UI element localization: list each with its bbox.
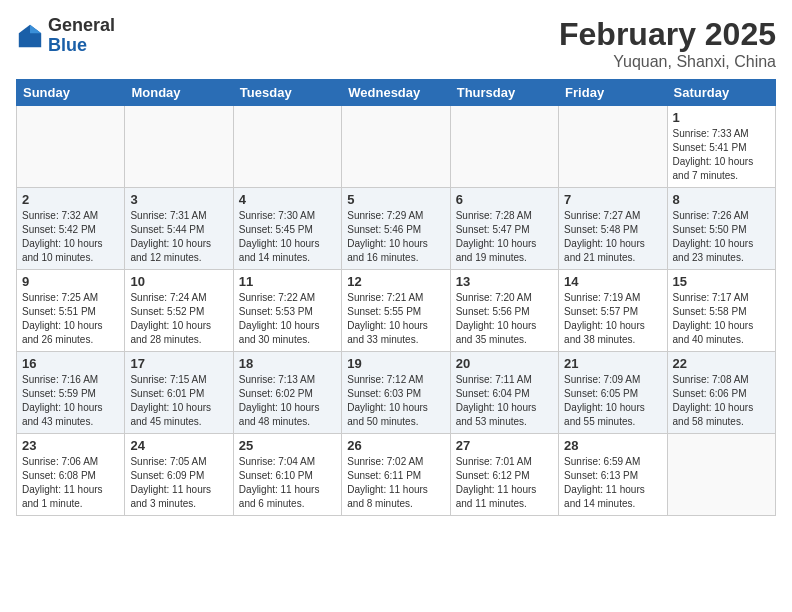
weekday-header: Wednesday <box>342 80 450 106</box>
day-number: 26 <box>347 438 444 453</box>
calendar-cell <box>233 106 341 188</box>
day-info: Sunrise: 7:33 AM Sunset: 5:41 PM Dayligh… <box>673 127 770 183</box>
day-info: Sunrise: 7:29 AM Sunset: 5:46 PM Dayligh… <box>347 209 444 265</box>
calendar-cell: 23Sunrise: 7:06 AM Sunset: 6:08 PM Dayli… <box>17 434 125 516</box>
day-number: 19 <box>347 356 444 371</box>
day-info: Sunrise: 7:17 AM Sunset: 5:58 PM Dayligh… <box>673 291 770 347</box>
calendar-cell: 25Sunrise: 7:04 AM Sunset: 6:10 PM Dayli… <box>233 434 341 516</box>
day-number: 21 <box>564 356 661 371</box>
calendar-week-row: 9Sunrise: 7:25 AM Sunset: 5:51 PM Daylig… <box>17 270 776 352</box>
day-info: Sunrise: 7:08 AM Sunset: 6:06 PM Dayligh… <box>673 373 770 429</box>
calendar-cell: 24Sunrise: 7:05 AM Sunset: 6:09 PM Dayli… <box>125 434 233 516</box>
weekday-header: Sunday <box>17 80 125 106</box>
day-number: 22 <box>673 356 770 371</box>
calendar-cell: 22Sunrise: 7:08 AM Sunset: 6:06 PM Dayli… <box>667 352 775 434</box>
day-info: Sunrise: 7:09 AM Sunset: 6:05 PM Dayligh… <box>564 373 661 429</box>
day-number: 5 <box>347 192 444 207</box>
calendar-cell: 17Sunrise: 7:15 AM Sunset: 6:01 PM Dayli… <box>125 352 233 434</box>
calendar-cell: 10Sunrise: 7:24 AM Sunset: 5:52 PM Dayli… <box>125 270 233 352</box>
day-info: Sunrise: 7:11 AM Sunset: 6:04 PM Dayligh… <box>456 373 553 429</box>
calendar-cell: 26Sunrise: 7:02 AM Sunset: 6:11 PM Dayli… <box>342 434 450 516</box>
day-number: 11 <box>239 274 336 289</box>
calendar-cell: 27Sunrise: 7:01 AM Sunset: 6:12 PM Dayli… <box>450 434 558 516</box>
calendar-cell: 7Sunrise: 7:27 AM Sunset: 5:48 PM Daylig… <box>559 188 667 270</box>
calendar-cell <box>450 106 558 188</box>
logo-general: General <box>48 16 115 36</box>
calendar-cell: 20Sunrise: 7:11 AM Sunset: 6:04 PM Dayli… <box>450 352 558 434</box>
day-number: 28 <box>564 438 661 453</box>
calendar-table: SundayMondayTuesdayWednesdayThursdayFrid… <box>16 79 776 516</box>
month-title: February 2025 <box>559 16 776 53</box>
calendar-cell: 15Sunrise: 7:17 AM Sunset: 5:58 PM Dayli… <box>667 270 775 352</box>
calendar-cell: 9Sunrise: 7:25 AM Sunset: 5:51 PM Daylig… <box>17 270 125 352</box>
day-number: 12 <box>347 274 444 289</box>
calendar-cell: 5Sunrise: 7:29 AM Sunset: 5:46 PM Daylig… <box>342 188 450 270</box>
calendar-cell: 11Sunrise: 7:22 AM Sunset: 5:53 PM Dayli… <box>233 270 341 352</box>
day-info: Sunrise: 7:30 AM Sunset: 5:45 PM Dayligh… <box>239 209 336 265</box>
day-info: Sunrise: 7:02 AM Sunset: 6:11 PM Dayligh… <box>347 455 444 511</box>
day-info: Sunrise: 7:16 AM Sunset: 5:59 PM Dayligh… <box>22 373 119 429</box>
day-number: 23 <box>22 438 119 453</box>
day-number: 17 <box>130 356 227 371</box>
day-info: Sunrise: 7:32 AM Sunset: 5:42 PM Dayligh… <box>22 209 119 265</box>
day-number: 24 <box>130 438 227 453</box>
day-number: 20 <box>456 356 553 371</box>
calendar-cell: 8Sunrise: 7:26 AM Sunset: 5:50 PM Daylig… <box>667 188 775 270</box>
weekday-header: Thursday <box>450 80 558 106</box>
day-info: Sunrise: 7:20 AM Sunset: 5:56 PM Dayligh… <box>456 291 553 347</box>
day-info: Sunrise: 7:15 AM Sunset: 6:01 PM Dayligh… <box>130 373 227 429</box>
calendar-cell: 14Sunrise: 7:19 AM Sunset: 5:57 PM Dayli… <box>559 270 667 352</box>
day-number: 10 <box>130 274 227 289</box>
day-info: Sunrise: 7:05 AM Sunset: 6:09 PM Dayligh… <box>130 455 227 511</box>
day-info: Sunrise: 7:04 AM Sunset: 6:10 PM Dayligh… <box>239 455 336 511</box>
calendar-cell: 21Sunrise: 7:09 AM Sunset: 6:05 PM Dayli… <box>559 352 667 434</box>
day-number: 6 <box>456 192 553 207</box>
day-info: Sunrise: 7:12 AM Sunset: 6:03 PM Dayligh… <box>347 373 444 429</box>
day-number: 25 <box>239 438 336 453</box>
calendar-cell: 18Sunrise: 7:13 AM Sunset: 6:02 PM Dayli… <box>233 352 341 434</box>
day-number: 14 <box>564 274 661 289</box>
calendar-cell <box>17 106 125 188</box>
day-number: 8 <box>673 192 770 207</box>
day-info: Sunrise: 7:25 AM Sunset: 5:51 PM Dayligh… <box>22 291 119 347</box>
day-info: Sunrise: 7:24 AM Sunset: 5:52 PM Dayligh… <box>130 291 227 347</box>
calendar-cell: 6Sunrise: 7:28 AM Sunset: 5:47 PM Daylig… <box>450 188 558 270</box>
calendar-cell: 28Sunrise: 6:59 AM Sunset: 6:13 PM Dayli… <box>559 434 667 516</box>
calendar-cell: 4Sunrise: 7:30 AM Sunset: 5:45 PM Daylig… <box>233 188 341 270</box>
weekday-header: Saturday <box>667 80 775 106</box>
location: Yuquan, Shanxi, China <box>559 53 776 71</box>
svg-marker-1 <box>30 25 41 33</box>
day-info: Sunrise: 7:06 AM Sunset: 6:08 PM Dayligh… <box>22 455 119 511</box>
calendar-cell: 19Sunrise: 7:12 AM Sunset: 6:03 PM Dayli… <box>342 352 450 434</box>
logo-blue: Blue <box>48 36 115 56</box>
day-number: 13 <box>456 274 553 289</box>
day-info: Sunrise: 7:28 AM Sunset: 5:47 PM Dayligh… <box>456 209 553 265</box>
calendar-week-row: 2Sunrise: 7:32 AM Sunset: 5:42 PM Daylig… <box>17 188 776 270</box>
day-info: Sunrise: 7:26 AM Sunset: 5:50 PM Dayligh… <box>673 209 770 265</box>
day-info: Sunrise: 7:27 AM Sunset: 5:48 PM Dayligh… <box>564 209 661 265</box>
day-number: 2 <box>22 192 119 207</box>
calendar-cell <box>125 106 233 188</box>
calendar-week-row: 16Sunrise: 7:16 AM Sunset: 5:59 PM Dayli… <box>17 352 776 434</box>
day-number: 18 <box>239 356 336 371</box>
day-number: 1 <box>673 110 770 125</box>
calendar-cell: 2Sunrise: 7:32 AM Sunset: 5:42 PM Daylig… <box>17 188 125 270</box>
day-number: 16 <box>22 356 119 371</box>
calendar-cell: 13Sunrise: 7:20 AM Sunset: 5:56 PM Dayli… <box>450 270 558 352</box>
calendar-week-row: 1Sunrise: 7:33 AM Sunset: 5:41 PM Daylig… <box>17 106 776 188</box>
day-info: Sunrise: 7:22 AM Sunset: 5:53 PM Dayligh… <box>239 291 336 347</box>
weekday-header: Monday <box>125 80 233 106</box>
calendar-cell: 12Sunrise: 7:21 AM Sunset: 5:55 PM Dayli… <box>342 270 450 352</box>
day-number: 4 <box>239 192 336 207</box>
weekday-header-row: SundayMondayTuesdayWednesdayThursdayFrid… <box>17 80 776 106</box>
day-info: Sunrise: 7:01 AM Sunset: 6:12 PM Dayligh… <box>456 455 553 511</box>
calendar-cell: 1Sunrise: 7:33 AM Sunset: 5:41 PM Daylig… <box>667 106 775 188</box>
calendar-week-row: 23Sunrise: 7:06 AM Sunset: 6:08 PM Dayli… <box>17 434 776 516</box>
calendar-cell <box>342 106 450 188</box>
day-number: 9 <box>22 274 119 289</box>
day-info: Sunrise: 7:13 AM Sunset: 6:02 PM Dayligh… <box>239 373 336 429</box>
logo-text: General Blue <box>48 16 115 56</box>
logo: General Blue <box>16 16 115 56</box>
calendar-cell: 16Sunrise: 7:16 AM Sunset: 5:59 PM Dayli… <box>17 352 125 434</box>
calendar-cell: 3Sunrise: 7:31 AM Sunset: 5:44 PM Daylig… <box>125 188 233 270</box>
